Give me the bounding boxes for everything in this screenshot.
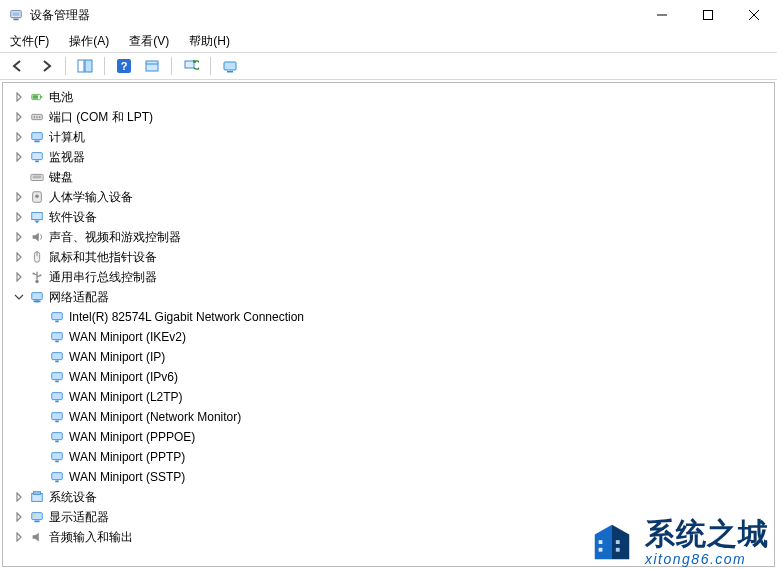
tree-category[interactable]: 人体学输入设备 [11,187,772,207]
tree-category[interactable]: 计算机 [11,127,772,147]
tree-device[interactable]: WAN Miniport (PPTP) [31,447,772,467]
nic-icon [49,369,65,385]
tree-device[interactable]: Intel(R) 82574L Gigabit Network Connecti… [31,307,772,327]
system-icon [29,489,45,505]
svg-rect-50 [52,393,63,400]
back-button[interactable] [6,55,30,77]
device-tree-panel[interactable]: 电池端口 (COM 和 LPT)计算机监视器键盘人体学输入设备软件设备声音、视频… [2,82,775,567]
tree-category-label: 计算机 [49,129,85,146]
tree-device-label: WAN Miniport (L2TP) [69,390,183,404]
chevron-right-icon[interactable] [11,89,27,105]
tree-category[interactable]: 音频输入和输出 [11,527,772,547]
menu-file[interactable]: 文件(F) [6,31,53,52]
chevron-right-icon[interactable] [11,209,27,225]
tree-category[interactable]: 鼠标和其他指针设备 [11,247,772,267]
tree-category[interactable]: 软件设备 [11,207,772,227]
scan-hardware-button[interactable] [179,55,203,77]
tree-device[interactable]: WAN Miniport (Network Monitor) [31,407,772,427]
svg-text:?: ? [121,60,128,72]
tree-category[interactable]: 网络适配器 [11,287,772,307]
svg-rect-39 [32,293,43,300]
chevron-right-icon[interactable] [11,249,27,265]
tree-category[interactable]: 系统设备 [11,487,772,507]
tree-device[interactable]: WAN Miniport (IKEv2) [31,327,772,347]
forward-button[interactable] [34,55,58,77]
tree-category-label: 显示适配器 [49,509,109,526]
tree-device-label: WAN Miniport (IPv6) [69,370,178,384]
menu-action[interactable]: 操作(A) [65,31,113,52]
maximize-button[interactable] [685,0,731,30]
tree-category[interactable]: 键盘 [11,167,772,187]
tree-category[interactable]: 端口 (COM 和 LPT) [11,107,772,127]
tree-device[interactable]: WAN Miniport (PPPOE) [31,427,772,447]
menu-view[interactable]: 查看(V) [125,31,173,52]
display-icon [29,509,45,525]
svg-rect-11 [146,61,158,71]
svg-rect-25 [32,153,43,160]
nic-icon [49,449,65,465]
menubar: 文件(F) 操作(A) 查看(V) 帮助(H) [0,30,777,52]
chevron-right-icon[interactable] [11,509,27,525]
svg-rect-38 [40,274,42,276]
toolbar-sep [104,57,105,75]
tree-device-label: WAN Miniport (PPPOE) [69,430,195,444]
svg-rect-13 [185,61,194,68]
chevron-right-icon[interactable] [11,229,27,245]
properties-toolbar-button[interactable] [140,55,164,77]
svg-rect-23 [32,133,43,140]
update-driver-button[interactable] [218,55,242,77]
chevron-right-icon[interactable] [11,189,27,205]
show-hide-console-button[interactable] [73,55,97,77]
svg-point-20 [34,116,36,118]
tree-category-label: 通用串行总线控制器 [49,269,157,286]
svg-rect-15 [227,71,233,73]
tree-device-label: WAN Miniport (IKEv2) [69,330,186,344]
tree-category-label: 键盘 [49,169,73,186]
svg-point-21 [36,116,38,118]
tree-category[interactable]: 监视器 [11,147,772,167]
svg-rect-2 [13,19,18,21]
close-button[interactable] [731,0,777,30]
menu-help[interactable]: 帮助(H) [185,31,234,52]
toolbar-sep [65,57,66,75]
chevron-right-icon[interactable] [11,109,27,125]
svg-rect-49 [55,381,59,383]
nic-icon [49,389,65,405]
svg-rect-61 [34,492,41,495]
tree-category-label: 端口 (COM 和 LPT) [49,109,153,126]
nic-icon [49,409,65,425]
chevron-right-icon[interactable] [11,529,27,545]
chevron-right-icon[interactable] [11,269,27,285]
window-controls [639,0,777,30]
tree-category[interactable]: 通用串行总线控制器 [11,267,772,287]
help-toolbar-button[interactable]: ? [112,55,136,77]
svg-rect-46 [52,353,63,360]
tree-category[interactable]: 电池 [11,87,772,107]
svg-rect-63 [34,521,39,523]
svg-rect-62 [32,513,43,520]
software-icon [29,209,45,225]
svg-rect-4 [704,11,713,20]
svg-rect-7 [78,60,84,72]
nic-icon [49,309,65,325]
chevron-right-icon[interactable] [11,129,27,145]
svg-point-22 [39,116,41,118]
tree-device-label: WAN Miniport (SSTP) [69,470,185,484]
tree-device[interactable]: WAN Miniport (SSTP) [31,467,772,487]
chevron-right-icon[interactable] [11,149,27,165]
minimize-button[interactable] [639,0,685,30]
chevron-down-icon[interactable] [11,289,27,305]
tree-device[interactable]: WAN Miniport (L2TP) [31,387,772,407]
tree-category[interactable]: 声音、视频和游戏控制器 [11,227,772,247]
tree-category[interactable]: 显示适配器 [11,507,772,527]
tree-device-label: WAN Miniport (Network Monitor) [69,410,241,424]
computer-icon [29,129,45,145]
chevron-right-icon[interactable] [11,489,27,505]
svg-point-64 [33,514,35,516]
tree-category-label: 系统设备 [49,489,97,506]
tree-device[interactable]: WAN Miniport (IP) [31,347,772,367]
nic-icon [49,469,65,485]
tree-device-label: WAN Miniport (IP) [69,350,165,364]
tree-device[interactable]: WAN Miniport (IPv6) [31,367,772,387]
app-icon [8,7,24,23]
